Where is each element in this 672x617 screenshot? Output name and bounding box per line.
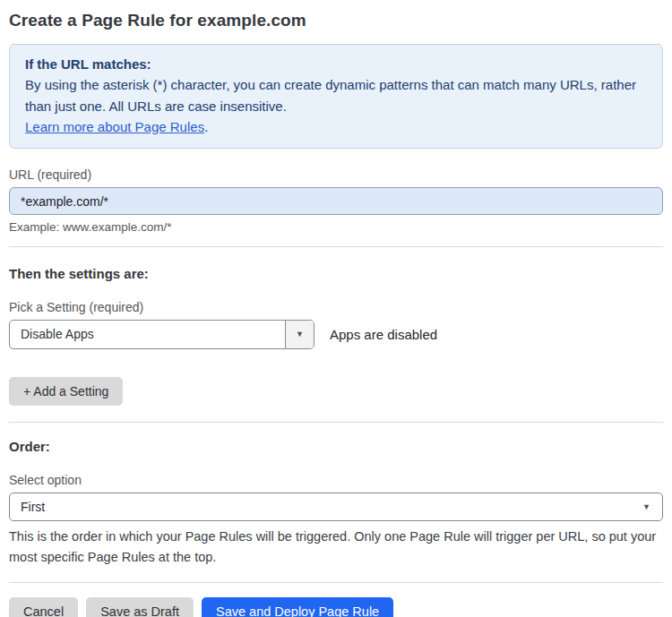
setting-select-dropdown-button[interactable]: ▼ [285, 321, 314, 348]
save-as-draft-button[interactable]: Save as Draft [86, 597, 194, 617]
order-select-caret-wrap: ▼ [642, 503, 662, 511]
info-box-heading: If the URL matches: [25, 54, 647, 74]
url-field-hint: Example: www.example.com/* [9, 220, 663, 234]
info-box-body: By using the asterisk (*) character, you… [25, 74, 647, 116]
setting-row: Disable Apps ▼ Apps are disabled [9, 320, 663, 349]
setting-select-value: Disable Apps [10, 321, 285, 348]
learn-more-link[interactable]: Learn more about Page Rules [25, 119, 204, 134]
url-field-label: URL (required) [9, 167, 663, 182]
order-select[interactable]: First ▼ [9, 493, 663, 521]
order-select-label: Select option [9, 473, 663, 487]
save-and-deploy-button[interactable]: Save and Deploy Page Rule [202, 597, 393, 617]
link-suffix: . [204, 119, 208, 134]
chevron-down-icon: ▼ [296, 330, 304, 338]
order-section-heading: Order: [9, 439, 663, 454]
setting-status-text: Apps are disabled [330, 327, 437, 342]
setting-picker-label: Pick a Setting (required) [9, 300, 663, 314]
setting-select[interactable]: Disable Apps ▼ [9, 320, 314, 349]
divider [9, 582, 663, 583]
footer-actions: Cancel Save as Draft Save and Deploy Pag… [9, 597, 663, 617]
info-box-link-line: Learn more about Page Rules. [25, 116, 647, 137]
cancel-button[interactable]: Cancel [9, 597, 78, 617]
order-select-value: First [10, 500, 642, 514]
settings-section-heading: Then the settings are: [9, 266, 663, 281]
page-rule-form: Create a Page Rule for example.com If th… [0, 0, 672, 617]
chevron-down-icon: ▼ [642, 503, 650, 511]
add-setting-button[interactable]: + Add a Setting [9, 377, 123, 406]
url-match-info-box: If the URL matches: By using the asteris… [9, 44, 663, 149]
url-input[interactable] [9, 187, 663, 215]
divider [9, 246, 663, 247]
page-title: Create a Page Rule for example.com [9, 11, 663, 30]
divider [9, 422, 663, 423]
order-help-text: This is the order in which your Page Rul… [9, 527, 663, 568]
